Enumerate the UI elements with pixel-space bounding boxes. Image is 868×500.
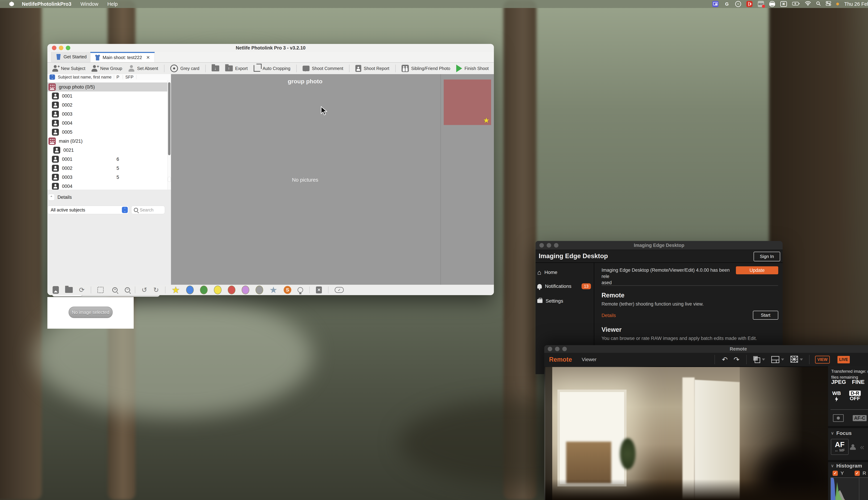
af-mf-toggle[interactable]: AF ↔ MF [831, 439, 848, 455]
chevron-down-icon[interactable] [762, 359, 765, 361]
sort-icon[interactable]: ⌃⌄ [49, 75, 55, 80]
checkbox-checked-icon[interactable]: ✓ [855, 471, 860, 476]
spotlight-search-icon[interactable] [816, 1, 821, 7]
record-icon[interactable] [746, 1, 753, 7]
live-toggle[interactable]: LIVE [837, 356, 850, 363]
list-item-subject[interactable]: 0002 [47, 101, 167, 110]
list-item-subject[interactable]: 0021 [47, 146, 167, 155]
cloud-check-icon[interactable]: ✓ [335, 287, 344, 293]
display-mode-icon[interactable] [753, 356, 760, 363]
finish-shoot-button[interactable]: Finish Shoot [456, 65, 489, 72]
af-mode-badge[interactable]: AF-C [853, 415, 867, 421]
grammarly-icon[interactable]: G [724, 1, 730, 7]
view-toggle[interactable]: VIEW [815, 356, 830, 364]
histogram-section-header[interactable]: ∨ Histogram [831, 463, 862, 469]
remote-details-link[interactable]: Details [602, 313, 616, 318]
circle-blue-icon[interactable] [186, 286, 194, 294]
remote-titlebar[interactable]: Remote [544, 345, 868, 353]
new-group-button[interactable]: + New Group [91, 65, 122, 72]
column-name[interactable]: Subject last name, first name [58, 75, 112, 80]
rotate-cw-icon[interactable]: ↻ [153, 287, 159, 293]
live-view[interactable] [544, 366, 828, 500]
channel-y[interactable]: ✓ Y [833, 470, 844, 476]
star-yellow-icon[interactable]: ★ [172, 285, 180, 295]
list-item-subject[interactable]: 0004 [47, 118, 167, 128]
creative-cloud-icon[interactable]: ∞ [735, 1, 741, 7]
export-button[interactable]: ↑ Export [225, 66, 248, 71]
apple-menu-icon[interactable] [9, 1, 14, 7]
list-item-subject[interactable]: 0003 [47, 110, 167, 118]
chevron-down-icon[interactable] [800, 359, 803, 361]
window-switcher-icon[interactable]: ⌘ [780, 1, 787, 7]
zoom-in-icon[interactable]: + [110, 287, 116, 293]
circle-yellow-icon[interactable] [214, 286, 221, 294]
sibling-friend-photo-button[interactable]: Sibling/Friend Photo [401, 65, 450, 72]
circle-green-icon[interactable] [200, 286, 208, 294]
circle-grey-icon[interactable] [255, 286, 263, 294]
nav-notifications[interactable]: Notifications 13 [537, 283, 591, 289]
new-subject-button[interactable]: + New Subject [52, 65, 85, 72]
tab-main-shoot[interactable]: Main shoot: test222 ✕ [90, 52, 155, 62]
ied-titlebar[interactable]: Imaging Edge Desktop [536, 241, 783, 250]
chevron-down-icon[interactable] [781, 359, 784, 361]
circle-purple-icon[interactable] [242, 286, 249, 294]
grid-overlay-icon[interactable] [790, 356, 798, 363]
control-center-icon[interactable] [826, 1, 831, 7]
sign-in-button[interactable]: Sign In [754, 252, 780, 261]
star-steel-icon[interactable]: ★ [270, 285, 277, 295]
list-item-subject[interactable]: 0004 [47, 182, 167, 190]
tab-get-started[interactable]: Get Started [51, 52, 91, 62]
face-focus-icon[interactable] [850, 444, 856, 450]
menu-help[interactable]: Help [107, 1, 118, 7]
list-scrollbar[interactable] [167, 80, 171, 190]
shoot-comment-button[interactable]: Shoot Comment [302, 66, 343, 71]
layout-grid-icon[interactable] [771, 356, 779, 363]
menu-bar-clock[interactable]: Thu 26 Feb 15:29 [844, 1, 868, 7]
lightbulb-icon[interactable] [298, 287, 303, 293]
grey-card-button[interactable]: Grey card [170, 65, 199, 72]
search-field[interactable]: Search [131, 206, 165, 214]
metering-icon[interactable] [833, 414, 844, 422]
checkbox-checked-icon[interactable]: ✓ [833, 471, 838, 476]
star-rating-icon[interactable]: ★ [483, 116, 490, 125]
list-item-subject[interactable]: 0002 5 [47, 164, 167, 173]
auto-cropping-button[interactable]: Auto Cropping [254, 65, 290, 72]
battery-charging-icon[interactable] [792, 1, 800, 7]
list-item-group[interactable]: main (0/21) [47, 137, 167, 146]
scrollbar-thumb[interactable] [168, 82, 170, 155]
tab-remote[interactable]: Remote [549, 356, 572, 363]
folder-icon[interactable] [65, 287, 73, 293]
details-disclosure[interactable]: ⌃ Details [48, 194, 72, 201]
list-item-subject[interactable]: 0001 [47, 91, 167, 101]
photo-thumbnail[interactable]: ★ [444, 80, 491, 125]
subject-filter-select[interactable]: All active subjects ⌃⌄ [47, 206, 129, 214]
photo-canvas[interactable]: group photo No pictures ★ [171, 74, 494, 285]
list-item-subject[interactable]: 0003 5 [47, 173, 167, 182]
menu-window[interactable]: Window [80, 1, 98, 7]
chevron-up-icon[interactable]: ⌃ [48, 194, 55, 201]
focus-section-header[interactable]: ∨ Focus [831, 430, 852, 436]
trash-icon[interactable]: ✕ [316, 286, 322, 293]
wb-flash-setting[interactable]: WB [832, 391, 841, 402]
app-menu[interactable]: NetlifePhotolinkPro3 [22, 1, 71, 7]
import-button[interactable]: ↓ [212, 66, 219, 71]
fullscreen-icon[interactable] [98, 287, 104, 293]
image-icon[interactable] [53, 286, 59, 294]
user-account-icon[interactable] [769, 1, 775, 7]
list-item-subject[interactable]: 0005 [47, 128, 167, 137]
zoom-out-icon[interactable]: − [122, 287, 129, 293]
set-absent-button[interactable]: Set Absent [128, 65, 158, 72]
rotate-ccw-icon[interactable]: ↶ [722, 356, 728, 363]
focus-far-3-button[interactable]: « [860, 443, 864, 451]
column-sfp[interactable]: SFP [125, 75, 134, 80]
remote-start-button[interactable]: Start [753, 311, 778, 320]
iedt-app-icon[interactable]: IEDT [758, 1, 764, 7]
list-item-subject[interactable]: 0001 6 [47, 155, 167, 164]
subject-list-header[interactable]: ⌃⌄ Subject last name, first name P SFP [47, 74, 171, 80]
rotate-ccw-icon[interactable]: ↺ [141, 287, 147, 293]
nav-home[interactable]: ⌂ Home [537, 269, 557, 276]
sync-icon[interactable]: ⟳ [79, 287, 84, 293]
screen-mirroring-icon[interactable] [712, 1, 719, 7]
channel-r[interactable]: ✓ R [855, 470, 866, 476]
s-orange-icon[interactable]: S [284, 286, 291, 294]
